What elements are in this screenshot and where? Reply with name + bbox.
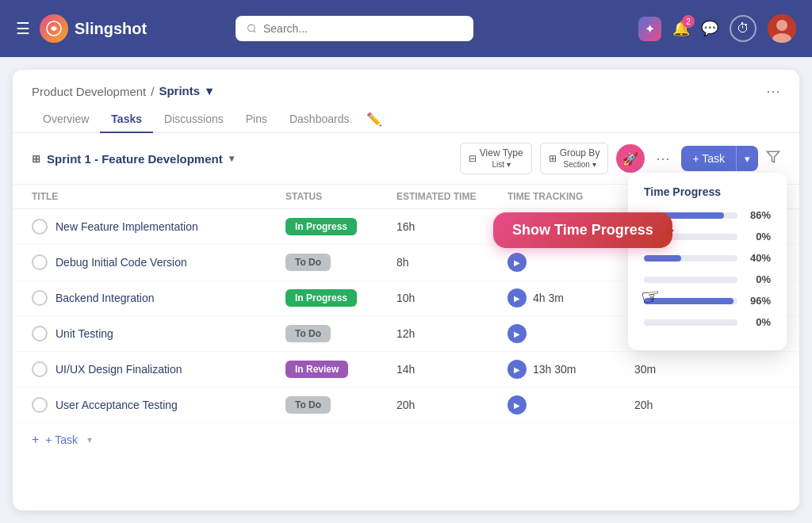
logo-text: Slingshot xyxy=(75,20,147,38)
estimated-time: 8h xyxy=(396,256,508,269)
play-button[interactable]: ▶ xyxy=(508,324,527,343)
view-type-button[interactable]: ⊟ View TypeList ▾ xyxy=(460,143,532,174)
breadcrumb-current: Sprints ▾ xyxy=(159,84,213,98)
progress-row: 96% xyxy=(644,295,771,307)
add-task-chevron-icon: ▾ xyxy=(87,434,92,445)
status-badge: To Do xyxy=(285,254,331,271)
progress-pct: 0% xyxy=(745,316,771,328)
logo-icon xyxy=(40,14,68,43)
table-row[interactable]: User Acceptance Testing To Do 20h ▶ 20h xyxy=(13,387,799,423)
more-options-icon[interactable]: ⋯ xyxy=(766,82,780,100)
filter-icon[interactable] xyxy=(766,150,780,168)
table-row[interactable]: UI/UX Design Finalization In Review 14h … xyxy=(13,352,799,387)
bell-container: 🔔 2 xyxy=(672,20,690,37)
play-button[interactable]: ▶ xyxy=(508,395,527,414)
svg-line-2 xyxy=(254,31,255,32)
group-by-button[interactable]: ⊞ Group BySection ▾ xyxy=(540,143,609,174)
remaining-time: 20h xyxy=(634,399,745,411)
edit-icon[interactable]: ✏️ xyxy=(366,112,382,127)
estimated-time: 20h xyxy=(396,399,508,411)
tab-tasks[interactable]: Tasks xyxy=(100,106,153,133)
tab-pins[interactable]: Pins xyxy=(235,106,278,133)
col-estimated: Estimated Time xyxy=(396,191,508,202)
view-type-icon: ⊟ xyxy=(469,153,477,164)
status-badge: In Progress xyxy=(285,218,357,235)
logo[interactable]: Slingshot xyxy=(40,14,147,43)
task-title: UI/UX Design Finalization xyxy=(56,363,182,376)
task-status[interactable]: To Do xyxy=(285,254,396,271)
estimated-time: 10h xyxy=(396,292,508,304)
play-button[interactable]: ▶ xyxy=(508,360,527,379)
progress-pct: 0% xyxy=(745,273,771,285)
estimated-time: 14h xyxy=(396,363,508,376)
hamburger-icon[interactable]: ☰ xyxy=(16,19,30,38)
breadcrumb: Product Development / Sprints ▾ xyxy=(32,84,213,98)
estimated-time: 16h xyxy=(396,220,508,233)
add-task-row[interactable]: + + Task ▾ xyxy=(13,423,799,456)
ai-icon[interactable]: ✦ xyxy=(638,17,661,41)
time-tracking: ▶ xyxy=(508,253,634,272)
task-title: New Feature Implementation xyxy=(56,220,198,233)
tab-dashboards[interactable]: Dashboards xyxy=(278,106,361,133)
task-checkbox[interactable] xyxy=(32,290,48,306)
progress-row: 40% xyxy=(644,252,771,264)
task-checkbox[interactable] xyxy=(32,361,48,377)
task-status[interactable]: In Progress xyxy=(285,289,396,307)
time-tracking: ▶ xyxy=(508,324,634,343)
status-badge: In Progress xyxy=(285,289,357,307)
task-title: Debug Initial Code Version xyxy=(56,256,187,269)
task-checkbox[interactable] xyxy=(32,397,48,413)
add-task-button[interactable]: + Task xyxy=(681,146,736,171)
chat-icon[interactable]: 💬 xyxy=(701,20,718,37)
search-bar[interactable] xyxy=(236,16,473,41)
task-checkbox[interactable] xyxy=(32,219,48,235)
avatar[interactable] xyxy=(768,14,796,43)
tab-bar: Overview Tasks Discussions Pins Dashboar… xyxy=(13,100,799,133)
tab-discussions[interactable]: Discussions xyxy=(153,106,235,133)
svg-point-4 xyxy=(776,20,787,31)
play-button[interactable]: ▶ xyxy=(508,253,527,272)
add-icon: + xyxy=(32,433,39,447)
main-content: Product Development / Sprints ▾ ⋯ Overvi… xyxy=(13,70,799,510)
sprint-title: ⊞ Sprint 1 - Feature Development ▾ xyxy=(32,152,234,166)
progress-row: 0% xyxy=(644,273,771,285)
task-status[interactable]: To Do xyxy=(285,396,396,414)
more-dots-icon[interactable]: ⋯ xyxy=(653,147,673,170)
time-tracking: ▶ 13h 30m xyxy=(508,360,634,379)
status-badge: In Review xyxy=(285,361,348,378)
status-badge: To Do xyxy=(285,396,331,414)
search-input[interactable] xyxy=(263,22,462,35)
nav-right: ✦ 🔔 2 💬 ⏱ xyxy=(638,14,796,43)
task-checkbox[interactable] xyxy=(32,254,48,270)
group-by-icon: ⊞ xyxy=(549,153,557,164)
add-task-label: + Task xyxy=(45,433,78,446)
add-task-group: + Task ▾ xyxy=(681,146,758,171)
task-title: Backend Integration xyxy=(56,292,155,304)
play-button[interactable]: ▶ xyxy=(508,288,527,307)
rocket-button[interactable]: 🚀 xyxy=(616,144,645,173)
breadcrumb-separator: / xyxy=(151,85,154,98)
time-tracking: ▶ 4h 3m xyxy=(508,288,634,307)
progress-bar-track xyxy=(644,255,737,262)
svg-point-1 xyxy=(248,25,255,32)
nav-left: ☰ Slingshot xyxy=(16,14,147,43)
sprint-chevron-icon[interactable]: ▾ xyxy=(229,153,234,164)
status-badge: To Do xyxy=(285,325,331,342)
toolbar-right: ⊟ View TypeList ▾ ⊞ Group BySection ▾ 🚀 … xyxy=(460,143,780,174)
tab-overview[interactable]: Overview xyxy=(32,106,100,133)
task-status[interactable]: In Review xyxy=(285,361,396,378)
sprint-icon: ⊞ xyxy=(32,153,40,165)
add-task-dropdown-button[interactable]: ▾ xyxy=(736,146,758,171)
task-checkbox[interactable] xyxy=(32,326,48,342)
time-progress-panel: Show Time Progress Time Progress 86% 0% … xyxy=(628,173,787,350)
clock-icon[interactable]: ⏱ xyxy=(730,15,756,42)
col-status: Status xyxy=(285,191,396,202)
search-icon xyxy=(247,23,257,34)
show-time-progress-callout: Show Time Progress xyxy=(493,212,672,248)
task-status[interactable]: In Progress xyxy=(285,218,396,235)
col-title: Title xyxy=(32,191,285,202)
sparkle-icon: ✦ xyxy=(645,22,655,36)
breadcrumb-parent[interactable]: Product Development xyxy=(32,85,146,98)
task-title-cell: Unit Testing xyxy=(32,326,285,342)
task-status[interactable]: To Do xyxy=(285,325,396,342)
